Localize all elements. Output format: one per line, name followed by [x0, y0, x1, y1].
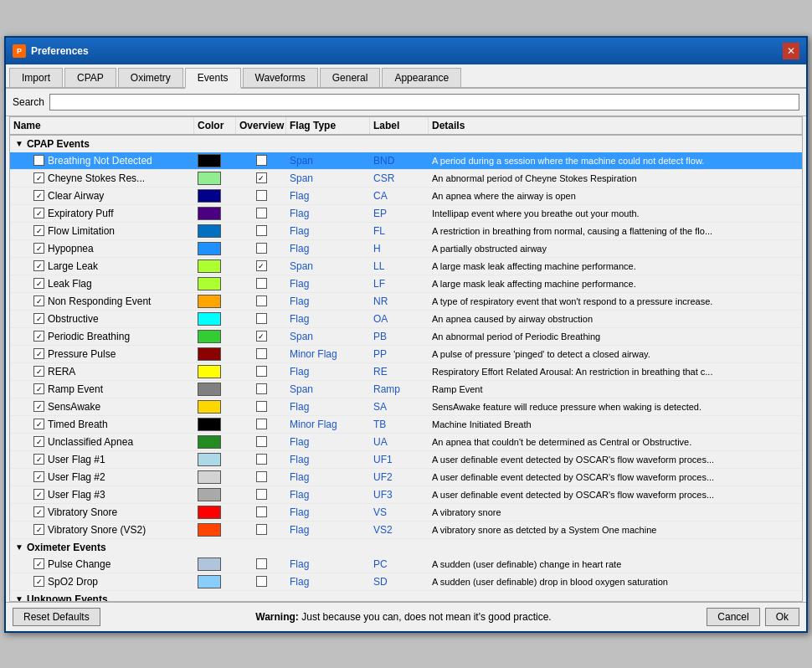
table-row[interactable]: Expiratory Puff Flag EP Intellipap event…	[10, 205, 802, 223]
overview-checkbox[interactable]	[256, 208, 267, 218]
event-checkbox[interactable]	[33, 172, 44, 183]
overview-checkbox[interactable]	[256, 348, 267, 359]
event-color-cell[interactable]	[194, 240, 236, 257]
event-color-cell[interactable]	[194, 346, 236, 362]
group-header-1[interactable]: ▼Oximeter Events	[10, 539, 802, 556]
reset-defaults-button[interactable]: Reset Defaults	[13, 608, 100, 626]
event-color-cell[interactable]	[194, 311, 236, 327]
overview-checkbox[interactable]	[256, 172, 267, 183]
event-checkbox[interactable]	[33, 366, 44, 377]
group-header-2[interactable]: ▼Unknown Events	[10, 591, 802, 602]
table-row[interactable]: User Flag #1 Flag UF1 A user definable e…	[10, 451, 802, 469]
event-color-cell[interactable]	[194, 398, 236, 415]
overview-checkbox[interactable]	[256, 243, 267, 254]
table-row[interactable]: Breathing Not Detected Span BND A period…	[10, 152, 802, 170]
color-swatch[interactable]	[198, 523, 221, 537]
color-swatch[interactable]	[198, 277, 221, 290]
event-checkbox[interactable]	[33, 295, 44, 306]
color-swatch[interactable]	[198, 172, 221, 185]
color-swatch[interactable]	[198, 295, 221, 308]
event-color-cell[interactable]	[194, 328, 236, 345]
event-checkbox[interactable]	[33, 278, 44, 289]
event-color-cell[interactable]	[194, 223, 236, 239]
table-row[interactable]: Pulse Change Flag PC A sudden (user defi…	[10, 556, 802, 573]
event-checkbox[interactable]	[33, 260, 44, 271]
table-row[interactable]: SensAwake Flag SA SensAwake feature will…	[10, 398, 802, 416]
event-checkbox[interactable]	[33, 313, 44, 324]
table-row[interactable]: Unclassified Apnea Flag UA An apnea that…	[10, 434, 802, 451]
color-swatch[interactable]	[198, 259, 221, 273]
event-checkbox[interactable]	[33, 243, 44, 254]
color-swatch[interactable]	[198, 207, 221, 220]
overview-checkbox[interactable]	[256, 260, 267, 271]
event-color-cell[interactable]	[194, 486, 236, 503]
event-checkbox[interactable]	[33, 331, 44, 342]
color-swatch[interactable]	[198, 347, 221, 361]
table-row[interactable]: User Flag #3 Flag UF3 A user definable e…	[10, 486, 802, 504]
event-checkbox[interactable]	[33, 558, 44, 569]
color-swatch[interactable]	[198, 453, 221, 466]
event-color-cell[interactable]	[194, 469, 236, 486]
event-color-cell[interactable]	[194, 275, 236, 292]
event-checkbox[interactable]	[33, 506, 44, 517]
event-checkbox[interactable]	[33, 155, 44, 166]
event-checkbox[interactable]	[33, 208, 44, 218]
overview-checkbox[interactable]	[256, 278, 267, 289]
color-swatch[interactable]	[198, 470, 221, 484]
overview-checkbox[interactable]	[256, 558, 267, 569]
event-checkbox[interactable]	[33, 348, 44, 359]
event-color-cell[interactable]	[194, 258, 236, 275]
event-checkbox[interactable]	[33, 524, 44, 535]
group-header-0[interactable]: ▼CPAP Events	[10, 136, 802, 152]
events-table[interactable]: Name Color Overview Flag Type Label Deta…	[9, 116, 803, 602]
event-color-cell[interactable]	[194, 573, 236, 590]
overview-checkbox[interactable]	[256, 366, 267, 377]
overview-checkbox[interactable]	[256, 313, 267, 324]
color-swatch[interactable]	[198, 400, 221, 414]
event-checkbox[interactable]	[33, 401, 44, 412]
color-swatch[interactable]	[198, 330, 221, 343]
overview-checkbox[interactable]	[256, 155, 267, 166]
search-input[interactable]	[49, 94, 799, 110]
event-color-cell[interactable]	[194, 556, 236, 573]
event-color-cell[interactable]	[194, 205, 236, 222]
event-color-cell[interactable]	[194, 522, 236, 538]
color-swatch[interactable]	[198, 558, 221, 571]
ok-button[interactable]: Ok	[765, 608, 799, 626]
tab-waveforms[interactable]: Waveforms	[243, 68, 318, 87]
table-row[interactable]: Timed Breath Minor Flag TB Machine Initi…	[10, 416, 802, 434]
table-row[interactable]: Periodic Breathing Span PB An abnormal p…	[10, 328, 802, 346]
event-color-cell[interactable]	[194, 293, 236, 310]
event-color-cell[interactable]	[194, 188, 236, 204]
color-swatch[interactable]	[198, 189, 221, 203]
event-checkbox[interactable]	[33, 419, 44, 429]
color-swatch[interactable]	[198, 418, 221, 431]
table-row[interactable]: Leak Flag Flag LF A large mask leak affe…	[10, 275, 802, 293]
table-row[interactable]: Large Leak Span LL A large mask leak aff…	[10, 258, 802, 275]
overview-checkbox[interactable]	[256, 489, 267, 500]
event-checkbox[interactable]	[33, 454, 44, 465]
tab-general[interactable]: General	[320, 68, 381, 87]
overview-checkbox[interactable]	[256, 331, 267, 342]
overview-checkbox[interactable]	[256, 471, 267, 482]
event-color-cell[interactable]	[194, 152, 236, 169]
tab-cpap[interactable]: CPAP	[64, 68, 116, 87]
overview-checkbox[interactable]	[256, 506, 267, 517]
event-checkbox[interactable]	[33, 436, 44, 447]
overview-checkbox[interactable]	[256, 524, 267, 535]
tab-import[interactable]: Import	[9, 68, 63, 87]
color-swatch[interactable]	[198, 154, 221, 167]
table-row[interactable]: Vibratory Snore Flag VS A vibratory snor…	[10, 504, 802, 522]
overview-checkbox[interactable]	[256, 225, 267, 236]
event-color-cell[interactable]	[194, 434, 236, 450]
color-swatch[interactable]	[198, 365, 221, 378]
event-checkbox[interactable]	[33, 471, 44, 482]
overview-checkbox[interactable]	[256, 419, 267, 429]
event-color-cell[interactable]	[194, 363, 236, 380]
event-color-cell[interactable]	[194, 451, 236, 468]
close-button[interactable]: ✕	[783, 43, 799, 59]
table-row[interactable]: SpO2 Drop Flag SD A sudden (user definab…	[10, 573, 802, 591]
color-swatch[interactable]	[198, 488, 221, 501]
table-row[interactable]: Hypopnea Flag H A partially obstructed a…	[10, 240, 802, 258]
overview-checkbox[interactable]	[256, 383, 267, 394]
